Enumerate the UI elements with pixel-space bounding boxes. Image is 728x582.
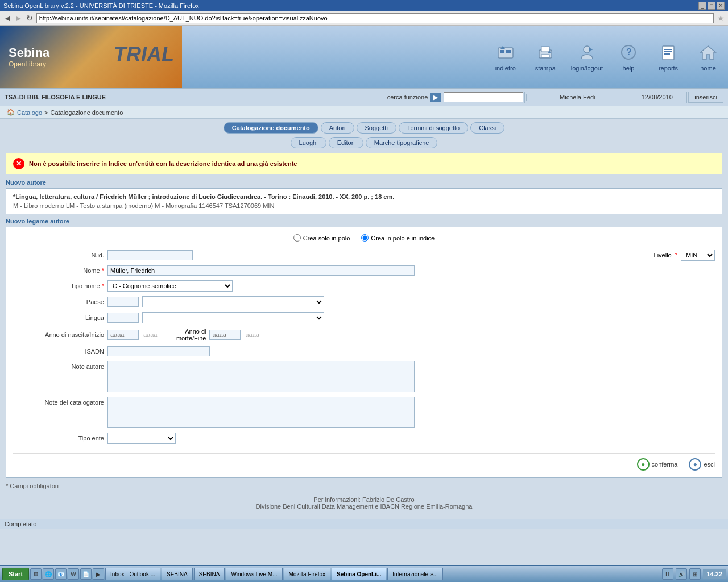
- form-card: Crea solo in polo Crea in polo e in indi…: [6, 227, 722, 478]
- nome-row: Nome *: [13, 265, 715, 276]
- search-button[interactable]: ▶: [430, 93, 441, 102]
- window-title: Sebina OpenLibrary v.2.2 - UNIVERSITÀ DI…: [3, 2, 199, 9]
- svg-rect-6: [541, 55, 549, 57]
- help-icon: ?: [618, 42, 639, 63]
- radio-crea-solo-polo-input[interactable]: [293, 234, 301, 242]
- tab-termini-di-soggetto[interactable]: Termini di soggetto: [399, 122, 468, 134]
- error-icon: ✕: [13, 158, 24, 169]
- isadn-input[interactable]: [107, 346, 210, 356]
- url-input[interactable]: http://sebina.units.it/sebinatest/catalo…: [36, 13, 714, 23]
- note-catalogatore-label: Note del catalogatore: [13, 397, 104, 406]
- titlebar: Sebina OpenLibrary v.2.2 - UNIVERSITÀ DI…: [0, 0, 728, 11]
- search-area: cerca funzione ▶: [387, 92, 524, 102]
- anno-nascita-input[interactable]: [107, 330, 139, 340]
- book-ref-meta: M - Libro moderno LM - Testo a stampa (m…: [13, 202, 715, 209]
- maximize-button[interactable]: □: [708, 2, 715, 10]
- nav-home-button[interactable]: home: [694, 42, 722, 72]
- radio-crea-polo-indice-input[interactable]: [361, 234, 369, 242]
- bookmark-icon[interactable]: ★: [717, 14, 725, 23]
- livello-area: Livello * MIN MAX MED: [654, 250, 715, 261]
- inserisci-button[interactable]: inserisci: [688, 92, 723, 103]
- tab-marche-tipografiche[interactable]: Marche tipografiche: [366, 137, 438, 148]
- radio-row: Crea solo in polo Crea in polo e in indi…: [13, 234, 715, 242]
- tipo-ente-row: Tipo ente: [13, 433, 715, 444]
- tab-soggetti[interactable]: Soggetti: [357, 122, 396, 134]
- anno-morte-input[interactable]: [209, 330, 241, 340]
- tipo-ente-select[interactable]: [107, 433, 176, 444]
- nav-login-button[interactable]: login/logout: [571, 42, 603, 72]
- note-autore-row: Note autore: [13, 361, 715, 392]
- stampa-icon: [535, 42, 556, 63]
- forward-arrow-icon[interactable]: ►: [15, 14, 23, 23]
- esci-label: esci: [704, 461, 715, 468]
- isadn-label: ISADN: [13, 348, 104, 355]
- home-icon[interactable]: 🏠: [7, 109, 15, 116]
- date-display: 12/08/2010: [642, 94, 673, 101]
- nav-home-label: home: [700, 65, 716, 72]
- livello-req-star: *: [675, 252, 677, 259]
- status-text: Completato: [5, 521, 36, 527]
- anno-row: Anno di nascita/Inizio aaaa Anno di mort…: [13, 328, 715, 342]
- tipo-ente-label: Tipo ente: [13, 435, 104, 442]
- nav-indietro-label: indietro: [495, 65, 516, 72]
- breadcrumb-catalogo[interactable]: Catalogo: [17, 109, 42, 116]
- user-name: Michela Fedi: [560, 94, 595, 101]
- book-ref-box: *Lingua, letteratura, cultura / Friedric…: [6, 188, 722, 214]
- nid-label: N.id.: [13, 252, 104, 259]
- nav-help-label: help: [623, 65, 635, 72]
- tipo-nome-label: Tipo nome *: [13, 282, 104, 289]
- note-autore-label: Note autore: [13, 361, 104, 370]
- livello-label: Livello: [654, 252, 672, 259]
- tab-bar-row1: Catalogazione documentoAutoriSoggettiTer…: [6, 122, 722, 134]
- error-box: ✕ Non è possibile inserire in Indice un'…: [6, 153, 722, 174]
- nav-indietro-button[interactable]: indietro: [491, 42, 520, 72]
- tab-catalogazione-documento[interactable]: Catalogazione documento: [224, 122, 318, 134]
- esci-button[interactable]: ● esci: [689, 458, 715, 471]
- lingua-select[interactable]: [142, 312, 324, 323]
- note-catalogatore-row: Note del catalogatore: [13, 397, 715, 428]
- svg-rect-1: [500, 50, 504, 53]
- tab-classi[interactable]: Classi: [470, 122, 504, 134]
- livello-select[interactable]: MIN MAX MED: [681, 250, 715, 261]
- nid-input[interactable]: [107, 250, 193, 260]
- tab-editori[interactable]: Editori: [329, 137, 363, 148]
- paese-row: Paese: [13, 296, 715, 307]
- refresh-icon[interactable]: ↻: [26, 14, 33, 23]
- paese-code-input[interactable]: [107, 297, 139, 307]
- lingua-code-input[interactable]: [107, 313, 139, 323]
- address-bar: ◄ ► ↻ http://sebina.units.it/sebinatest/…: [0, 11, 728, 26]
- form-footer: ● conferma ● esci: [13, 453, 715, 471]
- nav-help-button[interactable]: ? help: [614, 42, 643, 72]
- back-arrow-icon[interactable]: ◄: [3, 14, 11, 23]
- minimize-button[interactable]: _: [698, 2, 706, 10]
- svg-rect-12: [663, 46, 674, 60]
- search-label: cerca funzione: [387, 94, 428, 101]
- reports-icon: [658, 42, 679, 63]
- info-line2: Divisione Beni Culturali Data Management…: [6, 503, 722, 510]
- conferma-button[interactable]: ● conferma: [637, 458, 678, 471]
- info-line1: Per informazioni: Fabrizio De Castro: [6, 496, 722, 503]
- svg-rect-5: [541, 47, 549, 52]
- tipo-nome-select[interactable]: C - Cognome semplice P - Pseudonimo A - …: [107, 280, 233, 292]
- titlebar-buttons[interactable]: _ □ ✕: [698, 2, 725, 10]
- nome-input[interactable]: [107, 265, 415, 276]
- nav-reports-button[interactable]: reports: [654, 42, 682, 72]
- nav-buttons: indietro stampa l: [491, 26, 722, 88]
- paese-select[interactable]: [142, 296, 324, 307]
- note-autore-textarea[interactable]: [107, 361, 415, 392]
- nav-stampa-button[interactable]: stampa: [531, 42, 560, 72]
- tipo-nome-row: Tipo nome * C - Cognome semplice P - Pse…: [13, 280, 715, 292]
- trial-label: TRIAL: [114, 43, 174, 66]
- note-catalogatore-textarea[interactable]: [107, 397, 415, 428]
- close-button[interactable]: ✕: [717, 2, 725, 10]
- error-message: Non è possibile inserire in Indice un'en…: [29, 160, 297, 167]
- radio-crea-polo-indice[interactable]: Crea in polo e in indice: [361, 234, 435, 242]
- nav-stampa-label: stampa: [535, 65, 556, 72]
- book-ref-title: *Lingua, letteratura, cultura / Friedric…: [13, 193, 715, 200]
- search-input[interactable]: [444, 92, 523, 102]
- home-icon: [698, 42, 718, 63]
- tab-autori[interactable]: Autori: [321, 122, 354, 134]
- radio-crea-solo-polo[interactable]: Crea solo in polo: [293, 234, 350, 242]
- tab-luoghi[interactable]: Luoghi: [291, 137, 326, 148]
- svg-text:?: ?: [626, 47, 632, 57]
